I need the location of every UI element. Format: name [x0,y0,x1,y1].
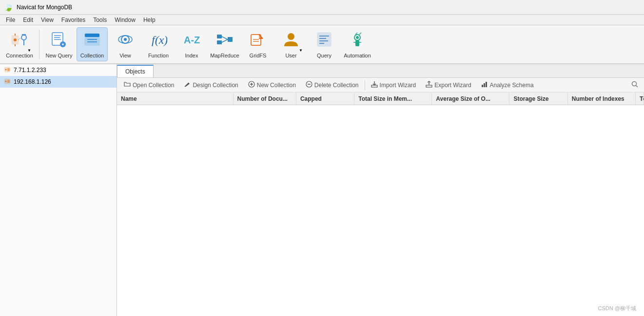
svg-rect-68 [484,83,485,87]
menu-item-help[interactable]: Help [139,16,159,24]
toolbar-btn-automation[interactable]: Automation [342,27,373,61]
main-layout: 7.71.1.2.233 192.168.1.126 Objects Open … [0,64,644,316]
toolbar-btn-new-query[interactable]: New Query [43,27,75,61]
toolbar-btn-gridfs[interactable]: GridFS [242,27,273,61]
svg-text:A-Z: A-Z [184,35,200,45]
obj-label-delete-collection: Delete Collection [314,82,359,89]
toolbar-icon-index: A-Z [183,31,200,51]
th-num-docs: Number of Docu... [234,93,296,105]
obj-icon-analyze-schema [481,81,488,89]
table-header: NameNumber of Docu...CappedTotal Size in… [117,93,644,105]
search-button[interactable] [627,79,642,91]
dropdown-arrow-user: ▼ [299,48,303,53]
toolbar: Connection▼ New Query Collection [0,25,644,64]
menu-item-tools[interactable]: Tools [89,16,111,24]
th-total: Total [636,93,644,105]
toolbar-label-automation: Automation [344,53,371,58]
watermark: CSDN @柳千城 [598,305,636,312]
obj-btn-delete-collection[interactable]: Delete Collection [301,78,364,92]
table-body [117,105,644,316]
svg-rect-35 [317,33,331,46]
menu-item-favorites[interactable]: Favorites [58,16,89,24]
toolbar-label-new-query: New Query [45,53,72,58]
obj-btn-import-wizard[interactable]: Import Wizard [366,78,421,92]
sidebar-item-server1[interactable]: 7.71.1.2.233 [0,64,117,76]
obj-btn-new-collection[interactable]: New Collection [243,78,301,92]
obj-btn-open-collection[interactable]: Open Collection [119,78,179,92]
svg-point-41 [356,36,359,39]
th-num-indexes: Number of Indexes [568,93,636,105]
toolbar-btn-view[interactable]: View [110,27,141,61]
sidebar-item-label-server1: 7.71.1.2.233 [14,67,46,74]
obj-toolbar-sep-1 [365,80,365,90]
objects-toolbar: Open CollectionDesign CollectionNew Coll… [117,78,644,93]
toolbar-label-function: Function [148,53,169,58]
svg-line-46 [359,33,361,35]
toolbar-label-query: Query [317,53,332,58]
menu-item-file[interactable]: File [2,16,19,24]
obj-label-export-wizard: Export Wizard [434,82,471,89]
svg-point-4 [21,35,26,40]
toolbar-label-mapreduce: MapReduce [210,53,239,58]
toolbar-btn-user[interactable]: User▼ [275,27,307,61]
sidebar-item-server2[interactable]: 192.168.1.126 [0,76,117,88]
svg-line-28 [222,39,228,42]
obj-btn-design-collection[interactable]: Design Collection [179,78,243,92]
toolbar-icon-collection [83,31,101,51]
menu-bar: FileEditViewFavoritesToolsWindowHelp [0,15,644,25]
tab-bar: Objects [117,64,644,78]
svg-rect-16 [85,34,99,37]
content-area: Objects Open CollectionDesign Collection… [117,64,644,316]
tab-objects[interactable]: Objects [117,65,154,77]
menu-item-window[interactable]: Window [111,16,139,24]
app-icon: 🍃 [4,2,14,12]
toolbar-icon-view [117,31,134,51]
obj-icon-design-collection [184,81,191,89]
menu-item-edit[interactable]: Edit [19,16,37,24]
th-name: Name [117,93,234,105]
toolbar-icon-new-query [50,31,68,51]
svg-rect-24 [217,35,222,38]
toolbar-btn-function[interactable]: f(x) Function [143,27,174,61]
svg-line-27 [222,37,228,39]
obj-label-new-collection: New Collection [257,82,296,89]
obj-btn-analyze-schema[interactable]: Analyze Schema [476,78,539,92]
toolbar-btn-collection[interactable]: Collection [77,27,108,61]
obj-icon-new-collection [248,81,255,89]
toolbar-icon-connection [11,31,28,51]
svg-point-48 [5,69,7,70]
svg-text:f(x): f(x) [152,34,167,46]
svg-point-70 [632,82,637,86]
svg-point-20 [124,38,127,41]
menu-item-view[interactable]: View [37,16,58,24]
obj-btn-export-wizard[interactable]: Export Wizard [421,78,476,92]
obj-icon-open-collection [124,81,131,89]
svg-point-34 [288,33,294,40]
dropdown-arrow-connection: ▼ [27,48,31,53]
toolbar-icon-function: f(x) [150,31,167,51]
svg-point-53 [5,80,7,82]
app-title: Navicat for MongoDB [17,4,72,11]
svg-rect-25 [217,40,222,44]
sidebar: 7.71.1.2.233 192.168.1.126 [0,64,117,316]
obj-label-design-collection: Design Collection [193,82,238,89]
obj-label-open-collection: Open Collection [133,82,174,89]
toolbar-icon-user [282,31,300,51]
svg-rect-26 [228,37,233,42]
svg-rect-69 [486,82,487,87]
toolbar-btn-mapreduce[interactable]: MapReduce [209,27,240,61]
obj-icon-import-wizard [371,81,378,89]
toolbar-icon-gridfs [249,31,267,51]
toolbar-label-gridfs: GridFS [250,53,267,58]
server-icon-server2 [4,78,11,86]
toolbar-label-collection: Collection [80,53,104,58]
toolbar-btn-index[interactable]: A-Z Index [176,27,207,61]
toolbar-btn-query[interactable]: Query [309,27,340,61]
obj-icon-export-wizard [426,81,432,89]
toolbar-btn-connection[interactable]: Connection▼ [4,27,35,61]
title-bar: 🍃 Navicat for MongoDB [0,0,644,15]
svg-rect-65 [426,85,432,87]
th-storage-size: Storage Size [509,93,567,105]
toolbar-icon-mapreduce [216,31,234,51]
svg-rect-42 [355,40,359,46]
